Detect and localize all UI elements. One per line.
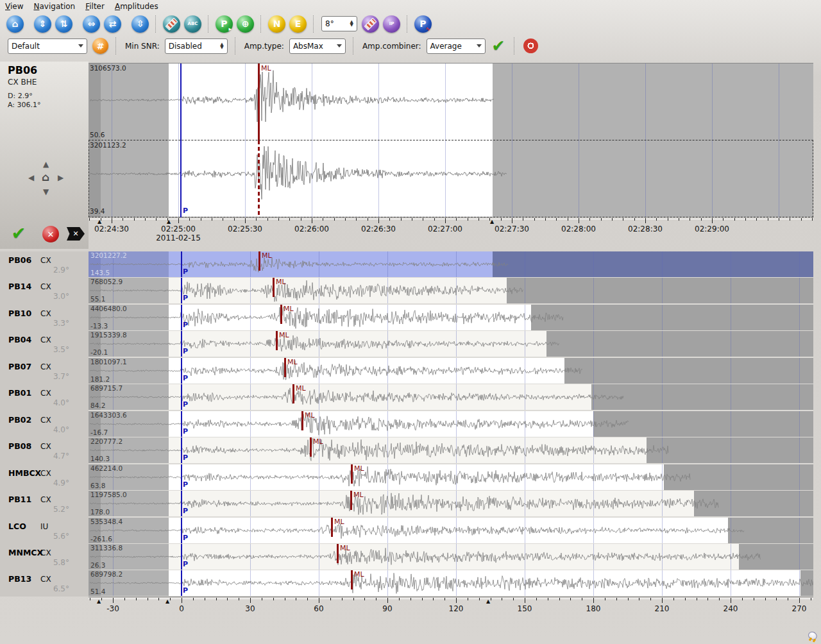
trace-list-panel[interactable]: 3201227.2143.5PML768052.955.1PML4406480.… bbox=[89, 251, 813, 597]
instrument-picker-button[interactable]: IP bbox=[383, 15, 400, 33]
pick-phase-p-button[interactable]: P▸ bbox=[216, 15, 233, 33]
measure-ruler-button[interactable] bbox=[163, 15, 180, 33]
ml-amplitude-marker bbox=[310, 437, 312, 457]
range-triangle-marker[interactable]: ▲ bbox=[490, 219, 494, 225]
row-max-amplitude-value: 1801097.1 bbox=[90, 358, 127, 366]
row-residual-value: -16.7 bbox=[90, 428, 108, 436]
time-expand-horizontal-button[interactable]: ⇔ bbox=[83, 15, 100, 33]
home-button[interactable]: ⌂ bbox=[6, 15, 24, 33]
theoretical-arrivals-globe-button-glyph: ⊕ bbox=[242, 19, 250, 29]
minor-tick bbox=[701, 218, 702, 221]
trace-row-PB01[interactable]: 689715.784.2PML bbox=[89, 384, 813, 410]
trace-row-LCO[interactable]: 535348.4-261.6PML bbox=[89, 518, 813, 543]
trace-row-PB10[interactable]: 4406480.0-13.3PML bbox=[89, 305, 813, 330]
time-compress-horizontal-button[interactable]: ⇄ bbox=[104, 15, 121, 33]
amp-combiner-select[interactable]: Average bbox=[427, 38, 486, 54]
scroll-down-arrow[interactable]: ▼ bbox=[43, 187, 49, 196]
p-phase-marker bbox=[181, 570, 182, 596]
range-triangle-marker[interactable]: ▲ bbox=[486, 598, 490, 604]
spinner-arrows-icon[interactable]: ▲▼ bbox=[350, 21, 353, 27]
menu-item-filter[interactable]: Filter bbox=[85, 2, 105, 11]
menu-item-navigation[interactable]: Navigation bbox=[33, 2, 75, 11]
row-max-amplitude-value: 689715.7 bbox=[90, 384, 123, 392]
range-triangle-marker[interactable]: ▲ bbox=[167, 219, 171, 225]
row-label-LCO[interactable]: LCOIU5.6° bbox=[0, 518, 89, 543]
trace-row-PB06[interactable]: 3201227.2143.5PML bbox=[89, 251, 813, 277]
row-label-PB11[interactable]: PB11CX5.2° bbox=[0, 491, 89, 516]
range-triangle-marker[interactable]: ▲ bbox=[165, 598, 169, 604]
scroll-up-arrow[interactable]: ▲ bbox=[43, 160, 49, 169]
row-label-PB02[interactable]: PB02CX4.0° bbox=[0, 411, 89, 437]
trace-row-MNMCX[interactable]: 311336.826.3PML bbox=[89, 544, 813, 570]
minor-tick bbox=[216, 598, 217, 600]
normalize-amplitudes-button[interactable]: ⇳ bbox=[131, 15, 149, 33]
export-exit-button[interactable]: ✕ bbox=[67, 227, 85, 241]
row-residual-value: 63.8 bbox=[90, 482, 105, 489]
row-label-MNMCX[interactable]: MNMCXCX5.8° bbox=[0, 544, 89, 570]
apply-amplitudes-button[interactable]: ✔ bbox=[492, 37, 505, 55]
spinner-arrows-icon[interactable]: ▲▼ bbox=[220, 43, 223, 49]
row-station-code: LCO bbox=[8, 521, 26, 531]
row-label-PB04[interactable]: PB04CX3.5° bbox=[0, 331, 89, 357]
row-label-PB14[interactable]: PB14CX3.0° bbox=[0, 278, 89, 303]
minor-tick bbox=[605, 598, 605, 600]
ml-amplitude-marker bbox=[258, 64, 260, 140]
trace-row-PB11[interactable]: 1197585.0178.0PML bbox=[89, 491, 813, 516]
time-axis: 02:24:3002:25:002011-02-1502:25:3002:26:… bbox=[89, 217, 813, 245]
p-waveform-button[interactable]: P∿ bbox=[414, 15, 432, 33]
row-label-HMBCX[interactable]: HMBCXCX4.9° bbox=[0, 464, 89, 490]
theoretical-arrivals-globe-button[interactable]: ⊕ bbox=[237, 15, 254, 33]
row-label-PB06[interactable]: PB06CX2.9° bbox=[0, 251, 89, 277]
trace-row-HMBCX[interactable]: 462214.063.8PML bbox=[89, 464, 813, 490]
ml-amplitude-marker bbox=[273, 278, 275, 297]
zoom-trace-panel[interactable]: 3106573.050.63201123.239.4MLP bbox=[89, 63, 813, 217]
amplitude-compress-vertical-button[interactable]: ⇅ bbox=[55, 15, 72, 33]
row-residual-value: -13.3 bbox=[90, 322, 108, 330]
row-waveform bbox=[89, 331, 813, 357]
scroll-right-arrow[interactable]: ▶ bbox=[58, 173, 63, 182]
scroll-left-arrow[interactable]: ◀ bbox=[28, 173, 34, 182]
row-station-code: PB01 bbox=[8, 388, 31, 398]
row-distance: 4.0° bbox=[5, 425, 69, 434]
amplitude-zoom-vertical-button[interactable]: ⇕ bbox=[34, 15, 51, 33]
row-waveform bbox=[89, 251, 813, 277]
p-phase-marker bbox=[181, 411, 182, 437]
major-tick bbox=[593, 598, 594, 603]
min-snr-spinbox[interactable]: Disabled ▲▼ bbox=[165, 38, 228, 54]
purple-ruler-button[interactable] bbox=[362, 15, 379, 33]
east-component-button[interactable]: E bbox=[289, 15, 307, 33]
separator bbox=[115, 37, 117, 55]
row-label-PB08[interactable]: PB08CX4.7° bbox=[0, 437, 89, 463]
trace-row-PB13[interactable]: 689798.251.4PML bbox=[89, 570, 813, 596]
station-code: PB06 bbox=[8, 64, 37, 76]
filter-profile-select[interactable]: Default bbox=[8, 38, 87, 54]
ml-amplitude-marker bbox=[351, 464, 353, 484]
accept-check-button[interactable]: ✔ bbox=[9, 225, 28, 241]
reject-x-button[interactable]: ✕ bbox=[42, 226, 59, 242]
menu-item-amplitudes[interactable]: Amplitudes bbox=[115, 2, 158, 11]
row-label-PB01[interactable]: PB01CX4.0° bbox=[0, 384, 89, 410]
row-distance: 3.0° bbox=[5, 292, 69, 301]
trace-row-PB02[interactable]: 1643303.6-16.7PML bbox=[89, 411, 813, 437]
trace-row-PB08[interactable]: 220777.2140.3PML bbox=[89, 437, 813, 463]
range-triangle-marker[interactable]: ▲ bbox=[97, 598, 101, 604]
north-component-button[interactable]: N bbox=[268, 15, 285, 33]
amp-type-select[interactable]: AbsMax bbox=[289, 38, 346, 54]
show-labels-abc-button[interactable]: ABC bbox=[184, 15, 201, 33]
major-tick bbox=[512, 218, 512, 223]
scroll-home-button[interactable]: ⌂ bbox=[42, 171, 49, 183]
ml-marker-label: ML bbox=[284, 305, 294, 313]
trace-row-PB14[interactable]: 768052.955.1PML bbox=[89, 278, 813, 303]
rotation-angle-spinbox[interactable]: 8°▲▼ bbox=[321, 16, 357, 31]
menu-item-view[interactable]: View bbox=[5, 2, 23, 11]
row-label-PB10[interactable]: PB10CX3.3° bbox=[0, 305, 89, 330]
p-phase-marker bbox=[181, 305, 182, 330]
trace-row-PB07[interactable]: 1801097.1181.2PML bbox=[89, 358, 813, 384]
trace-row-PB04[interactable]: 1915339.8-20.1PML bbox=[89, 331, 813, 357]
hash-filter-button[interactable]: # bbox=[92, 38, 108, 54]
recalculate-target-button[interactable] bbox=[523, 38, 538, 53]
row-label-PB13[interactable]: PB13CX6.5° bbox=[0, 570, 89, 596]
ml-amplitude-marker bbox=[350, 491, 352, 510]
range-triangle-marker[interactable]: ▲ bbox=[97, 219, 101, 225]
row-label-PB07[interactable]: PB07CX3.7° bbox=[0, 358, 89, 384]
